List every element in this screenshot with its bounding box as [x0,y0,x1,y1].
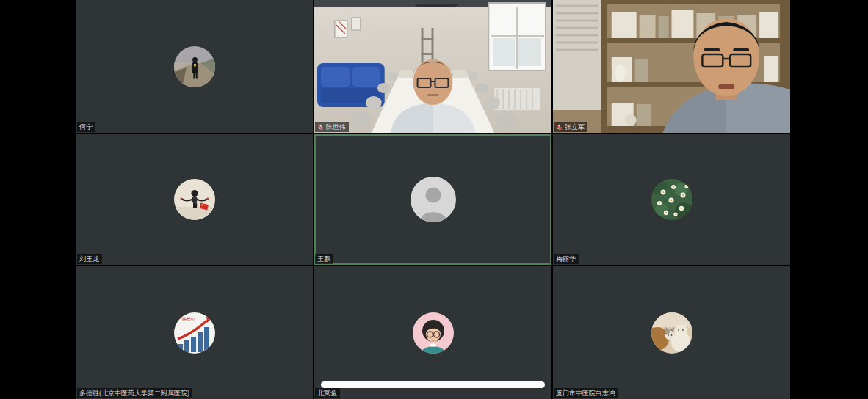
participant-tile-1[interactable]: 何宁 [76,0,313,133]
name-label: 梅丽华 [554,254,579,264]
mic-muted-icon [317,124,324,131]
participant-tile-2[interactable]: 陈世伟 [314,0,551,133]
participant-name: 刘玉龙 [79,255,99,263]
video-feed-bookshelf [553,0,790,133]
participant-name: 多德胜(北京中医药大学第二附属医院) [79,389,189,398]
name-label: 王鹏 [315,254,333,264]
video-feed-conference-room [314,0,551,133]
avatar-slogan-text: 一路长虹 [178,317,195,322]
name-label: 多德胜(北京中医药大学第二附属医院) [77,388,192,398]
avatar-daisies [651,179,692,220]
participant-name: 北冥鱼 [317,389,337,398]
name-label: 刘玉龙 [77,254,102,264]
participant-grid: 何宁 [76,0,790,399]
participant-tile-3[interactable]: 张立军 [553,0,790,133]
name-label: 张立军 [554,122,587,132]
participant-tile-8[interactable]: 北冥鱼 [314,266,551,399]
avatar-default-silhouette [411,177,456,222]
name-label: 厦门市中医院白志鸿 [554,388,618,398]
white-bar-overlay [321,381,545,388]
participant-tile-6[interactable]: 梅丽华 [553,134,790,265]
avatar-two-cats [651,312,692,354]
name-label: 何宁 [77,122,95,132]
participant-tile-9[interactable]: 厦门市中医院白志鸿 [553,266,790,399]
participant-name: 何宁 [79,122,93,131]
participant-name: 王鹏 [317,255,330,263]
avatar-illustrated-woman [413,312,454,354]
avatar-rising-chart: 一路长虹 [174,312,215,354]
participant-tile-5-active-speaker[interactable]: 王鹏 [314,134,551,265]
participant-name: 厦门市中医院白志鸿 [556,389,615,398]
participant-tile-7[interactable]: 一路长虹 多德胜(北京中医药大学第二附属医院) [76,266,313,399]
avatar-walking-person [174,46,215,87]
participant-name: 梅丽华 [556,255,576,263]
participant-tile-4[interactable]: 刘玉龙 [76,134,313,265]
avatar-child-with-flag [174,179,215,220]
participant-name: 陈世伟 [326,122,346,131]
mic-muted-icon [556,124,563,131]
name-label: 陈世伟 [315,122,349,132]
name-label: 北冥鱼 [315,388,340,398]
participant-name: 张立军 [565,122,585,131]
